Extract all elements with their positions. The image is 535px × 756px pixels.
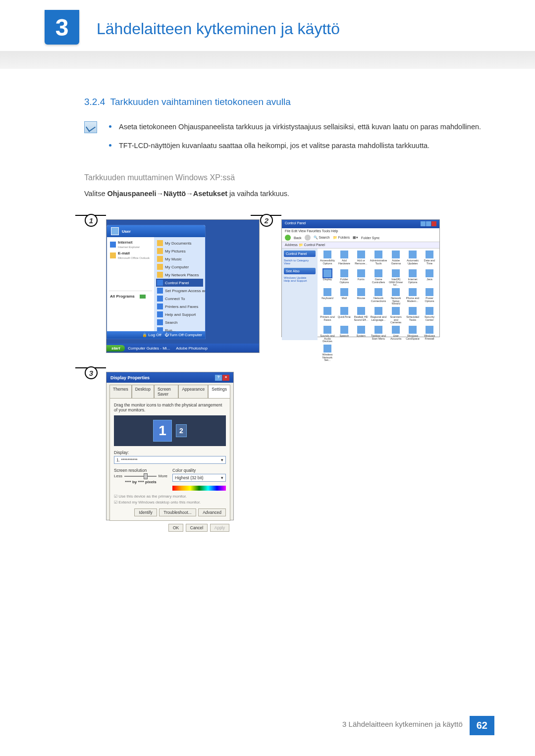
identify-button[interactable]: Identify: [134, 508, 157, 516]
control-panel-item[interactable]: Mouse: [353, 288, 369, 306]
control-panel-item[interactable]: Display: [320, 269, 335, 287]
shutdown-button[interactable]: ⏻ Turn Off Computer: [164, 333, 202, 337]
slider-thumb[interactable]: [144, 473, 148, 479]
control-panel-item[interactable]: Phone and Modem...: [405, 288, 421, 306]
menubar[interactable]: File Edit View Favorites Tools Help: [282, 228, 439, 234]
control-panel-item[interactable]: Scanners and Cameras: [388, 307, 404, 325]
taskbar-app[interactable]: Computer Guides - Mi...: [125, 346, 173, 351]
instruction-text: Valitse: [84, 190, 107, 198]
applet-label: Adobe Gamma: [388, 259, 404, 265]
monitor-arrangement[interactable]: 1 2: [114, 415, 226, 446]
start-menu-item[interactable]: Printers and Faxes: [156, 302, 203, 310]
control-panel-item[interactable]: Intel(R) GMA Driver for...: [388, 269, 404, 287]
cancel-button[interactable]: Cancel: [186, 524, 208, 532]
control-panel-item[interactable]: Fonts: [353, 269, 369, 287]
tab-appearance[interactable]: Appearance: [178, 385, 208, 398]
help-support-link[interactable]: Help and Support: [284, 279, 316, 282]
search-label[interactable]: Search: [319, 236, 330, 239]
primary-monitor-checkbox[interactable]: ☑ Use this device as the primary monitor…: [114, 494, 226, 500]
maximize-icon[interactable]: [426, 221, 431, 226]
tab-desktop[interactable]: Desktop: [132, 385, 154, 398]
minimize-icon[interactable]: [421, 221, 426, 226]
close-icon[interactable]: [431, 221, 436, 226]
applet-label: Display: [323, 278, 332, 281]
help-icon[interactable]: ?: [215, 375, 222, 381]
logoff-label: Log Off: [149, 333, 161, 337]
control-panel-item[interactable]: Wireless Network Set...: [320, 345, 335, 362]
all-programs-item[interactable]: All Programs: [109, 293, 152, 300]
control-panel-item[interactable]: Accessibility Options: [320, 251, 335, 268]
start-menu-item[interactable]: My Network Places: [156, 271, 203, 279]
control-panel-item[interactable]: Internet Options: [405, 269, 421, 287]
tab-themes[interactable]: Themes: [109, 385, 132, 398]
control-panel-item[interactable]: Windows CardSpace: [405, 326, 421, 344]
control-panel-item[interactable]: User Accounts: [388, 326, 404, 344]
start-menu-item[interactable]: E-mailMicrosoft Office Outlook: [109, 250, 152, 261]
control-panel-item[interactable]: Java: [422, 269, 437, 287]
start-menu-item[interactable]: My Music: [156, 255, 203, 263]
control-panel-item[interactable]: Regional and Language...: [370, 307, 387, 325]
logoff-button[interactable]: 🔒 Log Off: [142, 333, 161, 337]
applet-label: Windows CardSpace: [405, 335, 421, 340]
start-menu-item[interactable]: Help and Support: [156, 310, 203, 318]
control-panel-item[interactable]: Speech: [336, 326, 352, 344]
address-bar[interactable]: Address 📁 Control Panel: [282, 242, 439, 249]
control-panel-item[interactable]: Security Center: [422, 307, 437, 325]
taskbar-app[interactable]: Adobe Photoshop: [173, 346, 211, 351]
forward-icon[interactable]: [305, 235, 311, 241]
control-panel-item[interactable]: Network Connections: [370, 288, 387, 306]
control-panel-item[interactable]: System: [353, 326, 369, 344]
control-panel-item[interactable]: Network Setup Wizard: [388, 288, 404, 306]
control-panel-item[interactable]: Scheduled Tasks: [405, 307, 421, 325]
tab-screen-saver[interactable]: Screen Saver: [154, 385, 179, 398]
troubleshoot-button[interactable]: Troubleshoot...: [159, 508, 196, 516]
start-button[interactable]: start: [107, 345, 125, 352]
applet-label: Network Connections: [370, 297, 387, 302]
foldersync-label[interactable]: Folder Sync: [361, 236, 379, 240]
display-select[interactable]: 1. **********▾: [114, 456, 226, 464]
control-panel-item[interactable]: Date and Time: [422, 251, 437, 268]
applet-label: Add or Remove...: [353, 259, 369, 265]
control-panel-item[interactable]: Windows Firewall: [422, 326, 437, 344]
tab-settings[interactable]: Settings: [208, 385, 230, 398]
control-panel-item[interactable]: Add Hardware: [336, 251, 352, 268]
step-number-2: 2: [260, 214, 273, 227]
start-menu-item[interactable]: My Computer: [156, 263, 203, 271]
control-panel-item[interactable]: Sounds and Audio Devices: [320, 326, 335, 344]
start-menu-item[interactable]: My Pictures: [156, 247, 203, 255]
start-menu-item[interactable]: Set Program Access and Defaults: [156, 287, 203, 295]
control-panel-item[interactable]: Add or Remove...: [353, 251, 369, 268]
control-panel-item[interactable]: Folder Options: [336, 269, 352, 287]
extend-desktop-checkbox[interactable]: ☑ Extend my Windows desktop onto this mo…: [114, 500, 226, 505]
monitor-2[interactable]: 2: [176, 424, 187, 437]
start-menu-item[interactable]: Control Panel: [156, 279, 203, 287]
window-titlebar: Display Properties ?×: [107, 372, 233, 383]
control-panel-item[interactable]: Mail: [336, 288, 352, 306]
start-menu-item[interactable]: Connect To: [156, 295, 203, 302]
close-icon[interactable]: ×: [222, 375, 229, 381]
ok-button[interactable]: OK: [168, 524, 183, 532]
control-panel-item[interactable]: Adobe Gamma: [388, 251, 404, 268]
control-panel-item[interactable]: Realtek HD Sound Eff...: [353, 307, 369, 325]
colorquality-select[interactable]: Highest (32 bit)▾: [172, 474, 226, 482]
apply-button[interactable]: Apply: [210, 524, 229, 532]
control-panel-item[interactable]: Administrative Tools: [370, 251, 387, 268]
control-panel-item[interactable]: Taskbar and Start Menu: [370, 326, 387, 344]
folders-label[interactable]: Folders: [338, 236, 350, 239]
advanced-button[interactable]: Advanced: [198, 508, 226, 516]
control-panel-item[interactable]: Automatic Updates: [405, 251, 421, 268]
control-panel-item[interactable]: Power Options: [422, 288, 437, 306]
start-menu-item[interactable]: My Documents: [156, 239, 203, 247]
start-menu-item[interactable]: InternetInternet Explorer: [109, 239, 152, 250]
back-icon[interactable]: [285, 235, 291, 241]
control-panel-item[interactable]: Game Controllers: [370, 269, 387, 287]
start-menu-item[interactable]: Search: [156, 318, 203, 326]
control-panel-item[interactable]: Printers and Faxes: [320, 307, 335, 325]
monitor-1[interactable]: 1: [153, 420, 172, 442]
control-panel-item[interactable]: Keyboard: [320, 288, 335, 306]
start-menu-right-column: My DocumentsMy PicturesMy MusicMy Comput…: [154, 237, 205, 331]
control-panel-item[interactable]: QuickTime: [336, 307, 352, 325]
resolution-label: Screen resolution: [114, 468, 167, 473]
resolution-slider[interactable]: Less More: [114, 474, 167, 478]
switch-view-link[interactable]: Switch to Category View: [284, 259, 316, 265]
